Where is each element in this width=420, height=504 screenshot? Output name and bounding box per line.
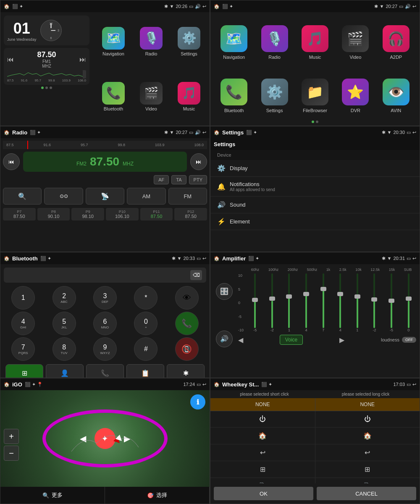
home-p3[interactable]: 🏠 [4,130,10,135]
preset-p12[interactable]: P1287.50 [174,208,207,220]
next-preset-btn[interactable]: ▶ [339,336,344,344]
settings-notifications[interactable]: 🔔 Notifications All apps allowed to send [210,177,420,197]
app-bluetooth[interactable]: 📞 Bluetooth [96,71,131,122]
dial-1[interactable]: 1 [11,286,35,310]
app2-video[interactable]: 🎬 Video [337,25,374,60]
eq-band-2_5k[interactable]: 4 [333,273,348,332]
back-p6[interactable]: ↩ [412,256,416,261]
af-btn[interactable]: AF [154,175,169,184]
long-none-selected[interactable]: NONE [315,398,420,411]
volume-btn[interactable]: 🔊 [216,331,233,347]
grid-btn[interactable]: ⊞ [5,364,43,378]
dial-2[interactable]: 2ABC [52,286,76,310]
prev-preset-btn[interactable]: ◀ [238,336,243,344]
eq-settings-btn[interactable]: 🎛️ [216,283,233,300]
voice-preset-btn[interactable]: Voice [280,335,303,345]
app-video[interactable]: 🎬 Video [134,71,168,122]
back-p2[interactable]: ↩ [412,4,416,9]
eq-band-500hz[interactable]: 4 [299,273,314,332]
settings-element[interactable]: ⚡ Element [210,213,420,230]
eq-band-10k[interactable]: 1 [350,273,365,332]
dial-5[interactable]: 5JKL [52,312,76,335]
wk-short-menu[interactable]: ⊞ [210,461,315,478]
app2-filebrowser[interactable]: 📁 FileBrowser [297,79,333,113]
home-p4[interactable]: 🏠 [214,130,220,135]
cancel-button[interactable]: CANCEL [317,487,416,500]
fm-btn[interactable]: FM [168,188,207,205]
wk-short-power[interactable]: ⏻ [210,411,315,427]
back-p5[interactable]: ↩ [202,256,206,261]
app2-radio[interactable]: 🎙️ Radio [256,25,293,60]
dial-6[interactable]: 6MNO [93,312,117,335]
home-p5[interactable]: 🏠 [4,256,10,261]
back-p7[interactable]: ↩ [202,382,206,387]
am-btn[interactable]: AM [127,188,165,205]
pty-btn[interactable]: PTY [189,175,207,184]
home-icon-p2[interactable]: 🏠 [214,4,220,9]
eq-band-15k[interactable]: -5 [384,273,399,332]
call-btn[interactable]: 📞 [86,364,124,378]
eq-band-60hz[interactable]: -5 [247,273,263,332]
home-icon[interactable]: 🏠 [4,4,10,9]
ta-btn[interactable]: TA [171,175,186,184]
dial-9[interactable]: 9WXYZ [93,337,117,361]
wk-short-back[interactable]: ↩ [210,444,315,461]
settings-sound[interactable]: 🔊 Sound [210,197,420,213]
clear-button[interactable]: ⌫ [190,270,202,280]
app2-dvr[interactable]: ⭐ DVR [337,79,374,113]
wk-long-menu[interactable]: ⊞ [315,461,420,478]
dial-end-btn[interactable]: 📵 [175,337,199,361]
eq-band-1k[interactable]: 7 [315,273,331,332]
radio-prev[interactable]: ⏮ [7,56,14,63]
preset-p9[interactable]: P998.10 [71,208,104,220]
wk-long-home[interactable]: 🏠 [315,428,420,444]
back-p4[interactable]: ↩ [412,130,416,135]
preset-p8[interactable]: P890.10 [37,208,70,220]
eq-band-200hz[interactable]: 1 [281,273,297,332]
dial-eye[interactable]: 👁 [175,286,199,310]
ok-button[interactable]: OK [214,487,313,500]
preset-p10[interactable]: P10106.10 [106,208,139,220]
search-btn[interactable]: 🔍 [3,188,42,205]
app-settings[interactable]: ⚙️ Settings [172,16,206,67]
app-music[interactable]: 🎵 Music [172,71,206,122]
home-p6[interactable]: 🏠 [214,256,220,261]
app2-music[interactable]: 🎵 Music [297,25,333,60]
transfer-btn[interactable]: 📋 [126,364,164,378]
eq-band-100hz[interactable]: -2 [265,273,280,332]
wk-long-power[interactable]: ⏻ [315,411,420,427]
short-none-selected[interactable]: NONE [210,398,315,411]
app2-avin[interactable]: 👁️ AVIN [378,79,415,113]
bt-toggle-btn[interactable]: ✱ [167,364,205,378]
radio-prev-btn[interactable]: ⏮ [3,153,20,170]
person-btn[interactable]: 👤 [46,364,84,378]
antenna-btn[interactable]: 📡 [86,188,124,205]
dial-hash[interactable]: # [134,337,158,361]
app2-settings[interactable]: ⚙️ Settings [256,79,293,113]
dial-star[interactable]: * [134,286,158,310]
app-navigation[interactable]: 🗺️ Navigation [96,16,131,67]
dial-4[interactable]: 4GHI [11,312,35,335]
dial-3[interactable]: 3DEF [93,286,117,310]
dial-0[interactable]: 0+ [134,312,158,335]
preset-p11[interactable]: P1187.50 [140,208,173,220]
more-btn[interactable]: 🔍 更多 [0,487,105,504]
app2-bluetooth[interactable]: 📞 Bluetooth [215,79,252,113]
scan-btn[interactable]: ⊙⊙ [44,188,83,205]
zoom-out-btn[interactable]: − [4,446,19,461]
dial-7[interactable]: 7PQRS [11,337,35,361]
home-p7[interactable]: 🏠 [4,382,10,387]
radio-next-btn[interactable]: ⏭ [190,153,207,170]
info-button[interactable]: ℹ [190,394,205,410]
radio-next[interactable]: ⏭ [79,56,86,63]
select-btn[interactable]: 🎯 选择 [105,487,210,504]
loudness-toggle[interactable]: OFF [402,337,416,343]
dial-8[interactable]: 8TUV [52,337,76,361]
back-p8[interactable]: ↩ [412,382,416,387]
home-p8[interactable]: 🏠 [214,382,220,387]
app2-navigation[interactable]: 🗺️ Navigation [215,25,252,60]
back-icon[interactable]: ↩ [202,4,206,9]
settings-display[interactable]: ⚙️ Display [210,160,420,177]
zoom-in-btn[interactable]: + [4,429,19,444]
eq-band-sub[interactable]: 0 [401,273,416,332]
